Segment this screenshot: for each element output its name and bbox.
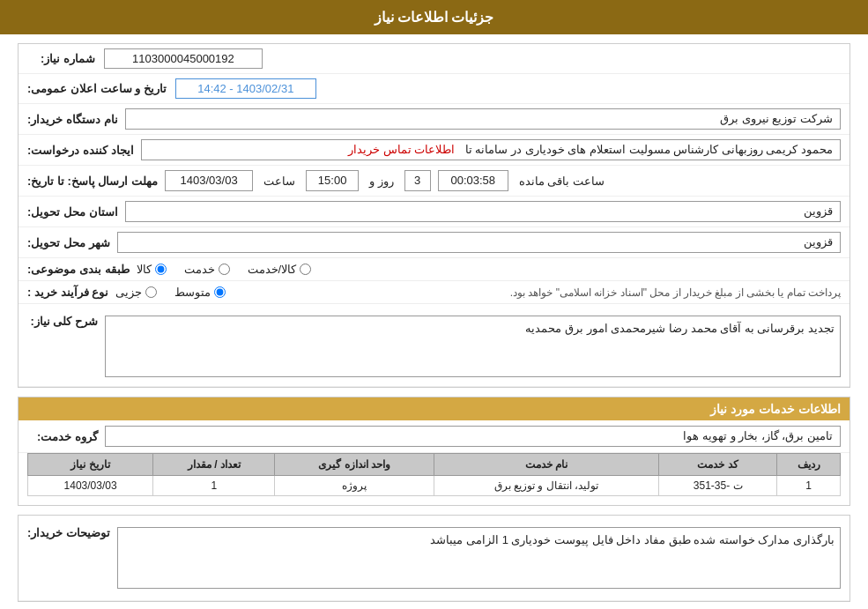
creator-contact-link[interactable]: اطلاعات تماس خریدار (348, 143, 455, 156)
main-form-section: شماره نیاز: 1103000045000192 تاریخ و ساع… (18, 43, 850, 388)
announcement-date-row: تاریخ و ساعت اعلان عمومی: 1403/02/31 - 1… (19, 74, 849, 104)
page-title: جزئیات اطلاعات نیاز (375, 10, 494, 25)
cell-qty: 1 (153, 476, 275, 496)
deadline-remaining-value: 00:03:58 (438, 170, 508, 191)
services-section: اطلاعات خدمات مورد نیاز گروه خدمت: تامین… (18, 397, 850, 506)
table-row: 1 ت -35-351 تولید، انتقال و توزیع برق پر… (28, 476, 841, 496)
services-section-title: اطلاعات خدمات مورد نیاز (19, 397, 849, 420)
content-area: شماره نیاز: 1103000045000192 تاریخ و ساع… (0, 34, 868, 609)
purchase-type-label: نوع فرآیند خرید : (27, 286, 108, 299)
purchase-type-row: نوع فرآیند خرید : متوسط جزیی پرداخت تمام… (19, 281, 849, 304)
col-header-qty: تعداد / مقدار (153, 454, 275, 476)
cell-code: ت -35-351 (659, 476, 777, 496)
category-radio-group: کالا/خدمت خدمت کالا (137, 263, 312, 276)
purchase-type-note: پرداخت تمام یا بخشی از مبلغ خریدار از مح… (243, 286, 841, 299)
cell-row: 1 (777, 476, 841, 496)
requester-name-value: شرکت توزیع نیروی برق (125, 108, 841, 130)
creator-row: ایجاد کننده درخواست: محمود کریمی روزبهان… (19, 135, 849, 166)
general-description-value: تجدید برقرسانی به آقای محمد رضا شیرمحمدی… (105, 316, 841, 377)
services-table-section: ردیف کد خدمت نام خدمت واحد اندازه گیری ت… (27, 453, 841, 496)
cell-unit: پروژه (275, 476, 434, 496)
cell-name: تولید، انتقال و توزیع برق (434, 476, 659, 496)
category-option-khadamat[interactable]: خدمت (184, 263, 230, 276)
deadline-row: مهلت ارسال پاسخ: تا تاریخ: 1403/03/03 سا… (19, 166, 849, 197)
province-row: استان محل تحویل: قزوین (19, 197, 849, 227)
col-header-date: تاریخ نیاز (28, 454, 153, 476)
need-number-value: 1103000045000192 (104, 48, 263, 69)
cell-date: 1403/03/03 (28, 476, 153, 496)
service-group-row: گروه خدمت: تامین برق، گاز، بخار و تهویه … (19, 420, 849, 453)
requester-name-label: نام دستگاه خریدار: (27, 113, 118, 126)
service-group-label: گروه خدمت: (27, 430, 98, 443)
deadline-date-value: 1403/03/03 (165, 170, 253, 191)
category-label: طبقه بندی موضوعی: (27, 263, 130, 276)
page-header: جزئیات اطلاعات نیاز (0, 0, 868, 34)
buyer-desc-row: توضیحات خریدار: بارگذاری مدارک خواسته شد… (19, 516, 849, 601)
need-number-label: شماره نیاز: (27, 52, 104, 65)
buyer-desc-label: توضیحات خریدار: (27, 523, 110, 539)
col-header-unit: واحد اندازه گیری (275, 454, 434, 476)
col-header-name: نام خدمت (434, 454, 659, 476)
creator-value: محمود کریمی روزبهانی کارشناس مسولیت استع… (141, 139, 841, 160)
col-header-row: ردیف (777, 454, 841, 476)
category-option-kala[interactable]: کالا (137, 263, 167, 276)
city-value: قزوین (117, 232, 841, 253)
announcement-date-value: 1403/02/31 - 14:42 (175, 78, 316, 99)
buyer-description-section: توضیحات خریدار: بارگذاری مدارک خواسته شد… (18, 515, 850, 602)
announcement-date-label: تاریخ و ساعت اعلان عمومی: (27, 82, 167, 95)
service-group-value: تامین برق، گاز، بخار و تهویه هوا (105, 426, 841, 447)
category-option-kala-khadamat[interactable]: کالا/خدمت (248, 263, 312, 276)
deadline-time-label: ساعت (260, 175, 299, 188)
general-description-label: شرح کلی نیاز: (27, 311, 98, 328)
general-description-row: شرح کلی نیاز: تجدید برقرسانی به آقای محم… (19, 304, 849, 387)
need-number-row: شماره نیاز: 1103000045000192 (19, 44, 849, 74)
deadline-time-value: 15:00 (306, 170, 359, 191)
city-label: شهر محل تحویل: (27, 236, 110, 249)
col-header-code: کد خدمت (659, 454, 777, 476)
deadline-label: مهلت ارسال پاسخ: تا تاریخ: (27, 175, 158, 188)
buyer-desc-value: بارگذاری مدارک خواسته شده طبق مفاد داخل … (117, 527, 841, 589)
services-table: ردیف کد خدمت نام خدمت واحد اندازه گیری ت… (27, 453, 841, 496)
deadline-days-label: روز و (366, 175, 397, 188)
creator-label: ایجاد کننده درخواست: (27, 144, 134, 157)
deadline-days-value: 3 (404, 170, 431, 191)
deadline-remaining-label: ساعت باقی مانده (516, 175, 608, 188)
province-value: قزوین (125, 201, 841, 222)
purchase-type-radio-group: متوسط جزیی (115, 286, 226, 299)
province-label: استان محل تحویل: (27, 205, 118, 219)
category-row: طبقه بندی موضوعی: کالا/خدمت خدمت کالا (19, 258, 849, 281)
city-row: شهر محل تحویل: قزوین (19, 227, 849, 258)
purchase-type-motavaset[interactable]: متوسط (174, 286, 226, 299)
page-wrapper: جزئیات اطلاعات نیاز شماره نیاز: 11030000… (0, 0, 868, 609)
requester-name-row: نام دستگاه خریدار: شرکت توزیع نیروی برق (19, 104, 849, 135)
purchase-type-jozi[interactable]: جزیی (115, 286, 157, 299)
